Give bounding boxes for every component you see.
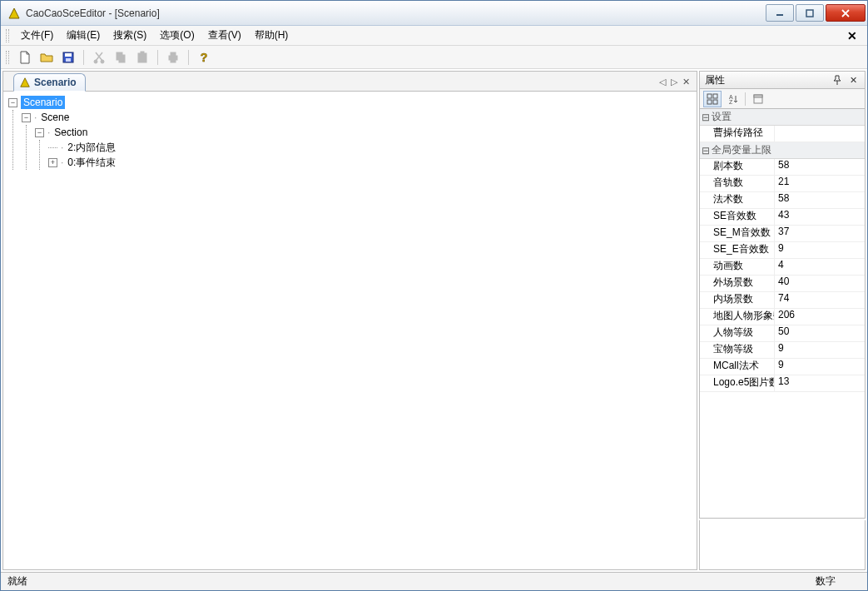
properties-title: 属性	[705, 73, 725, 87]
collapse-icon[interactable]: −	[35, 128, 44, 137]
property-row[interactable]: 动画数4	[700, 259, 865, 276]
collapse-icon[interactable]: ⊟	[700, 145, 712, 156]
property-value[interactable]: 40	[775, 276, 865, 291]
menu-options[interactable]: 选项(O)	[153, 27, 201, 44]
tab-prev-icon[interactable]: ◁	[657, 77, 667, 87]
property-value[interactable]: 58	[775, 192, 865, 208]
property-key: Logo.e5图片数	[700, 375, 775, 391]
property-key: MCall法术	[700, 359, 775, 375]
menu-edit[interactable]: 编辑(E)	[60, 27, 107, 44]
menu-help[interactable]: 帮助(H)	[248, 27, 295, 44]
toolbar-sep-2	[157, 50, 158, 65]
property-value[interactable]: 13	[775, 375, 865, 391]
property-key: 曹操传路径	[700, 126, 775, 142]
property-row[interactable]: 曹操传路径	[700, 126, 865, 142]
menu-search[interactable]: 搜索(S)	[107, 27, 153, 44]
help-icon[interactable]: ?	[195, 48, 213, 67]
property-key: 地图人物形象数	[700, 309, 775, 325]
collapse-icon[interactable]: ⊟	[700, 112, 712, 123]
tab-scenario[interactable]: Scenario	[13, 73, 86, 92]
tab-close-icon[interactable]: ✕	[681, 77, 692, 87]
paste-icon[interactable]	[133, 48, 151, 67]
open-file-icon[interactable]	[37, 48, 56, 67]
property-value[interactable]: 9	[775, 242, 865, 258]
menu-view[interactable]: 查看(V)	[201, 27, 248, 44]
tree-leaf[interactable]: · 2:内部信息	[48, 140, 692, 155]
property-row[interactable]: SE_E音效数9	[700, 242, 865, 259]
tabstrip-tools: ◁ ▷ ✕	[657, 72, 697, 91]
property-category[interactable]: ⊟设置	[700, 109, 865, 126]
property-value[interactable]: 9	[775, 359, 865, 375]
property-value[interactable]	[775, 126, 865, 142]
maximize-button[interactable]	[796, 4, 824, 22]
property-row[interactable]: MCall法术9	[700, 359, 865, 375]
titlebar: CaoCaoSceEditor - [Scenario]	[1, 1, 867, 26]
property-row[interactable]: 地图人物形象数206	[700, 309, 865, 325]
property-key: 音轨数	[700, 176, 775, 191]
property-key: SE_E音效数	[700, 242, 775, 258]
new-file-icon[interactable]	[16, 48, 34, 67]
tree-label: Scenario	[21, 96, 65, 109]
props-toolbar-sep	[745, 92, 746, 106]
property-row[interactable]: 内场景数74	[700, 292, 865, 309]
panel-close-icon[interactable]: ✕	[846, 75, 860, 86]
collapse-icon[interactable]: −	[22, 113, 31, 122]
property-key: 人物等级	[700, 325, 775, 341]
property-value[interactable]: 21	[775, 176, 865, 191]
status-text: 就绪	[7, 574, 816, 589]
property-value[interactable]: 9	[775, 342, 865, 358]
category-name: 设置	[712, 110, 732, 124]
expand-icon[interactable]: +	[48, 158, 57, 167]
save-file-icon[interactable]	[59, 48, 77, 67]
svg-rect-16	[713, 94, 717, 98]
tree-label: Scene	[38, 111, 72, 124]
svg-rect-18	[713, 100, 717, 104]
property-category[interactable]: ⊟全局变量上限	[700, 142, 865, 159]
property-key: 内场景数	[700, 292, 775, 308]
cut-icon[interactable]	[90, 48, 108, 67]
property-row[interactable]: 法术数58	[700, 192, 865, 209]
svg-point-5	[94, 60, 97, 63]
categorized-icon[interactable]	[703, 91, 722, 107]
tree-node-scenario[interactable]: − Scenario	[8, 95, 692, 110]
property-row[interactable]: 音轨数21	[700, 176, 865, 192]
alphabetical-icon[interactable]: AZ	[723, 91, 742, 107]
toolbar: ?	[1, 46, 867, 69]
property-row[interactable]: 剧本数58	[700, 159, 865, 176]
copy-icon[interactable]	[112, 48, 130, 67]
tree-node-section[interactable]: − · Section	[35, 125, 692, 140]
window-title: CaoCaoSceEditor - [Scenario]	[26, 7, 764, 19]
property-grid[interactable]: ⊟设置曹操传路径⊟全局变量上限剧本数58音轨数21法术数58SE音效数43SE_…	[699, 109, 866, 519]
menu-file[interactable]: 文件(F)	[14, 27, 60, 44]
property-row[interactable]: 人物等级50	[700, 325, 865, 342]
property-row[interactable]: Logo.e5图片数13	[700, 375, 865, 392]
collapse-icon[interactable]: −	[8, 98, 17, 107]
property-value[interactable]: 4	[775, 259, 865, 275]
property-value[interactable]: 58	[775, 159, 865, 175]
statusbar: 就绪 数字	[1, 572, 867, 590]
close-button[interactable]	[826, 4, 866, 22]
tree-leaf[interactable]: + · 0:事件结束	[48, 155, 692, 170]
mdi-close-button[interactable]: ✕	[842, 29, 862, 42]
property-row[interactable]: 外场景数40	[700, 276, 865, 292]
tree-node-scene[interactable]: − · Scene	[22, 110, 692, 125]
app-icon	[7, 7, 21, 20]
property-row[interactable]: SE_M音效数37	[700, 226, 865, 242]
svg-rect-3	[65, 53, 72, 57]
property-value[interactable]: 206	[775, 309, 865, 325]
property-value[interactable]: 37	[775, 226, 865, 241]
tree-view[interactable]: − Scenario − · Scene − · Section	[3, 92, 697, 569]
tab-next-icon[interactable]: ▷	[669, 77, 679, 87]
svg-text:?: ?	[201, 51, 208, 64]
minimize-button[interactable]	[766, 4, 794, 22]
property-row[interactable]: 宝物等级9	[700, 342, 865, 359]
property-value[interactable]: 50	[775, 325, 865, 341]
properties-toolbar: AZ	[699, 89, 866, 109]
print-icon[interactable]	[164, 48, 182, 67]
property-value[interactable]: 43	[775, 209, 865, 225]
property-row[interactable]: SE音效数43	[700, 209, 865, 226]
property-key: 宝物等级	[700, 342, 775, 358]
property-value[interactable]: 74	[775, 292, 865, 308]
pin-icon[interactable]	[833, 75, 846, 85]
property-pages-icon[interactable]	[749, 91, 767, 107]
